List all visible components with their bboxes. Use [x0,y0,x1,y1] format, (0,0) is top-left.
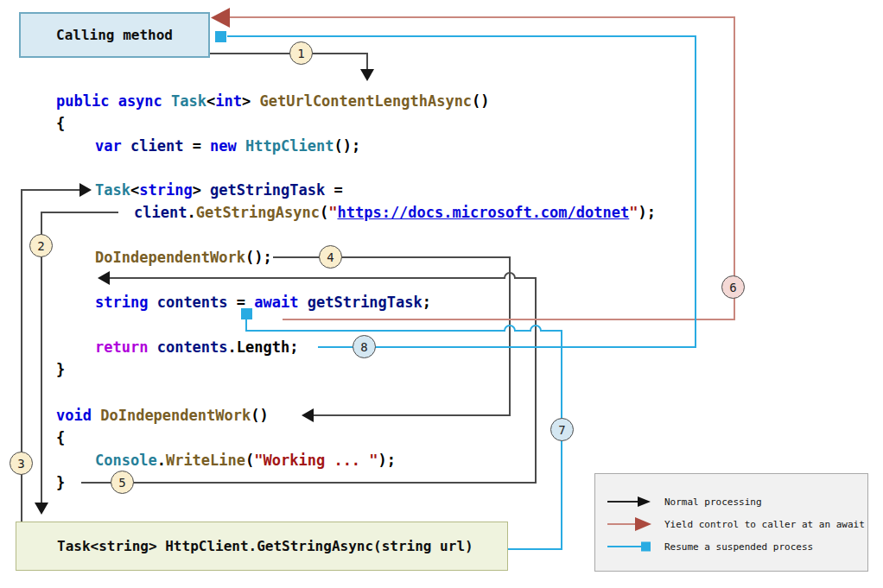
flow-line-step1 [210,54,367,71]
resume-marker-step8 [215,31,226,42]
step-circle-2: 2 [29,234,53,257]
arrowhead-right-step3 [79,183,92,197]
arrowhead-down-step1 [360,69,374,81]
step-number: 4 [327,250,334,264]
legend-item-yield: Yield control to caller at an await [606,517,865,531]
code-line-new-httpclient: var client = new HttpClient(); [95,136,360,155]
arrowhead-left-step6 [211,8,230,28]
step-circle-6: 6 [721,275,745,299]
legend-label-yield: Yield control to caller at an await [664,519,865,530]
step-number: 7 [558,423,565,437]
step-circle-5: 5 [111,471,134,494]
yield-control-arrow-icon [606,517,654,531]
async-await-flow-diagram: Calling method Task<string> HttpClient.G… [0,0,883,588]
step-number: 2 [37,239,44,253]
step-number: 8 [360,340,367,354]
code-line-await: string contents = await getStringTask; [95,293,431,312]
legend-label-resume: Resume a suspended process [664,541,813,553]
step-number: 5 [118,476,125,490]
flow-line-step4 [273,257,510,415]
code-line-open-brace-2: { [56,428,65,447]
code-line-return: return contents.Length; [95,338,298,357]
arrowhead-left-step4 [302,408,314,422]
code-line-getstringasync-call: client.GetStringAsync("https://docs.micr… [134,203,656,222]
step-number: 1 [297,47,304,60]
calling-method-box: Calling method [19,12,210,58]
code-line-method-signature: public async Task<int> GetUrlContentLeng… [56,92,490,111]
code-line-console-writeline: Console.WriteLine("Working ... "); [95,451,396,470]
code-line-open-brace: { [56,114,65,133]
code-line-doindependentwork-call: DoIndependentWork(); [95,248,272,267]
step-circle-8: 8 [353,335,376,358]
step-circle-4: 4 [319,245,342,269]
arrowhead-down-step2 [35,503,48,515]
arrowhead-left-step5 [98,271,110,285]
legend-item-resume: Resume a suspended process [606,540,813,553]
step-number: 3 [17,457,24,471]
getstringasync-label: Task<string> HttpClient.GetStringAsync(s… [57,538,473,554]
step-circle-1: 1 [289,41,313,65]
getstringasync-box: Task<string> HttpClient.GetStringAsync(s… [16,522,508,571]
code-line-close-brace-2: } [56,473,65,492]
legend-item-normal: Normal processing [606,495,762,509]
resume-process-icon [606,540,654,553]
step-number: 6 [729,281,736,294]
legend: Normal processing Yield control to calle… [594,473,868,572]
code-line-doindependentwork-signature: void DoIndependentWork() [56,406,269,425]
legend-label-normal: Normal processing [664,496,762,508]
code-line-task-assignment: Task<string> getStringTask = [95,180,343,199]
code-line-close-brace: } [56,360,65,379]
calling-method-label: Calling method [56,27,173,43]
step-circle-3: 3 [10,452,33,475]
step-circle-7: 7 [550,418,574,441]
normal-processing-arrow-icon [606,495,654,509]
